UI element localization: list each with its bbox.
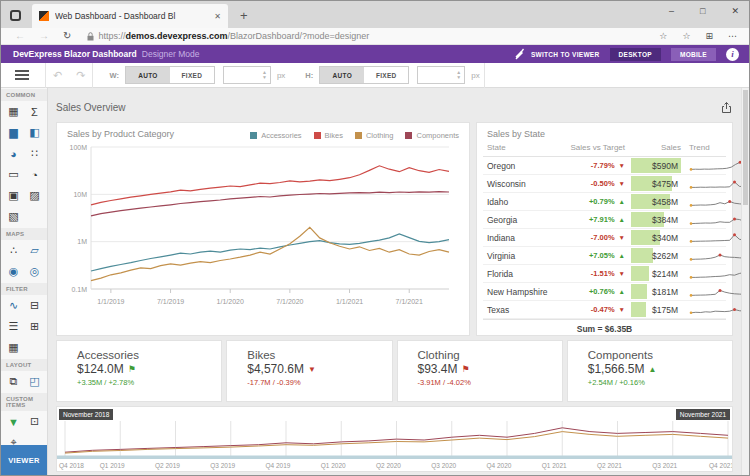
col-header-trend[interactable]: Trend: [681, 143, 722, 152]
range-filter-icon[interactable]: ∿: [3, 295, 24, 316]
scatter-chart-icon[interactable]: ∷: [24, 143, 45, 164]
table-row[interactable]: Texas-0.47%▼$175M: [483, 301, 726, 319]
text-box-icon[interactable]: ▣: [3, 185, 24, 206]
triangle-down-icon: ▼: [308, 365, 316, 374]
height-input[interactable]: ▲ ▼: [417, 66, 465, 84]
tree-view-icon[interactable]: ⊞: [24, 316, 45, 337]
table-row[interactable]: Florida-1.51%▼$214M: [483, 265, 726, 283]
legend-item[interactable]: Clothing: [355, 131, 394, 140]
legend-item[interactable]: Accessories: [250, 131, 301, 140]
date-filter-icon[interactable]: ▦: [3, 337, 24, 358]
tab-container-icon[interactable]: ◰: [24, 371, 45, 392]
kpi-card-clothing[interactable]: Clothing$93.4M⚑-3.91M / -4.02%: [397, 340, 563, 402]
browser-tab[interactable]: Web Dashboard - Dashboard Bl ✕: [32, 4, 228, 28]
pie-chart-icon[interactable]: ◕: [3, 143, 24, 164]
table-row[interactable]: Georgia+7.91%▲$384M: [483, 211, 726, 229]
grid-icon[interactable]: ▦: [3, 101, 24, 122]
height-spin-down-icon[interactable]: ▼: [456, 75, 461, 80]
width-auto-button[interactable]: AUTO: [126, 67, 170, 83]
table-row[interactable]: Virginia+7.05%▲$262M: [483, 247, 726, 265]
table-row[interactable]: Oregon-7.79%▼$590M: [483, 157, 726, 175]
redo-icon[interactable]: ↷: [76, 70, 85, 81]
back-icon[interactable]: ←: [15, 31, 25, 41]
bar-chart-icon[interactable]: ▆: [3, 122, 24, 143]
legend-item[interactable]: Components: [405, 131, 459, 140]
legend-item[interactable]: Bikes: [314, 131, 343, 140]
image-icon[interactable]: ▨: [24, 185, 45, 206]
gauge-icon[interactable]: ◔: [24, 164, 45, 185]
page-scrollbar[interactable]: [741, 88, 749, 475]
table-row[interactable]: Idaho+0.79%▲$458M: [483, 193, 726, 211]
kpi-card-bikes[interactable]: Bikes$4,570.6M▼-17.7M / -0.39%: [226, 340, 392, 402]
info-button[interactable]: i: [726, 48, 739, 61]
close-button[interactable]: ✕: [731, 6, 739, 16]
add-favorite-icon[interactable]: ☆: [659, 31, 667, 41]
table-row[interactable]: Indiana-7.00%▼$340M: [483, 229, 726, 247]
pivot-icon[interactable]: Σ: [24, 101, 45, 122]
refresh-icon[interactable]: ↻: [63, 31, 71, 41]
sales-vs-target-cell: -7.00%▼: [559, 233, 625, 242]
card-icon[interactable]: ▭: [3, 164, 24, 185]
width-input[interactable]: ▲ ▼: [223, 66, 271, 84]
maximize-button[interactable]: □: [700, 6, 705, 16]
choropleth-map-icon[interactable]: ▱: [24, 240, 45, 261]
app-mode-label: Designer Mode: [142, 49, 200, 59]
kpi-card-accessories[interactable]: Accessories$124.0M⚑+3.35M / +2.78%: [56, 340, 222, 402]
undo-icon[interactable]: ↶: [53, 70, 62, 81]
list-box-icon[interactable]: ☰: [3, 316, 24, 337]
table-row[interactable]: New Hampshire+0.76%▲$181M: [483, 283, 726, 301]
scrollbar-thumb[interactable]: [743, 90, 748, 205]
tab-close-icon[interactable]: ✕: [214, 12, 221, 21]
selected-range-band[interactable]: [57, 456, 733, 460]
table-row[interactable]: Wisconsin-0.50%▼$475M: [483, 175, 726, 193]
width-spin-down-icon[interactable]: ▼: [262, 75, 267, 80]
range-selector-panel[interactable]: November 2018 November 2021 Q4 2018Q1 20…: [56, 406, 733, 472]
svg-text:Q1 2019: Q1 2019: [100, 462, 125, 470]
tab-actions-icon[interactable]: [10, 10, 21, 21]
mobile-mode-button[interactable]: MOBILE: [671, 48, 716, 61]
new-tab-button[interactable]: +: [240, 9, 248, 22]
desktop-mode-button[interactable]: DESKTOP: [610, 48, 661, 61]
col-header-sales[interactable]: Sales: [625, 143, 681, 152]
sales-value: $214M: [652, 269, 678, 279]
sales-cell: $262M: [631, 247, 681, 264]
triangle-up-icon: ▲: [619, 288, 625, 295]
export-icon[interactable]: [720, 101, 733, 114]
height-fixed-button[interactable]: FIXED: [364, 67, 408, 83]
collections-icon[interactable]: ⊞: [705, 31, 713, 41]
webpage-icon[interactable]: ⊡: [24, 411, 45, 432]
window-controls: – □ ✕: [669, 6, 739, 16]
col-header-sales-vs-target[interactable]: Sales vs Target: [559, 143, 625, 152]
geo-point-map-icon[interactable]: ∴: [3, 240, 24, 261]
grid-panel[interactable]: Sales by State State Sales vs Target Sal…: [476, 122, 733, 336]
bubble-map-icon[interactable]: ◉: [3, 261, 24, 282]
kpi-card-components[interactable]: Components$1,566.5M▲+2.54M / +0.16%: [567, 340, 733, 402]
bound-image-icon[interactable]: ▧: [3, 206, 24, 227]
group-icon[interactable]: ⧉: [3, 371, 24, 392]
triangle-up-icon: ▲: [619, 198, 625, 205]
chart-panel[interactable]: Sales by Product Category AccessoriesBik…: [56, 122, 470, 336]
treemap-icon[interactable]: ◧: [24, 122, 45, 143]
sales-vs-target-cell: -0.50%▼: [559, 179, 625, 188]
pie-map-icon[interactable]: ◎: [24, 261, 45, 282]
combo-box-icon[interactable]: ⊟: [24, 295, 45, 316]
viewer-button[interactable]: VIEWER: [1, 445, 47, 475]
browser-menu-icon[interactable]: ⋯: [728, 31, 737, 41]
svg-text:10M: 10M: [73, 191, 87, 198]
sales-cell: $214M: [631, 265, 681, 282]
trend-cell: [681, 284, 750, 300]
funnel-icon[interactable]: ▼: [3, 411, 24, 432]
triangle-down-icon: ▼: [619, 180, 625, 187]
height-auto-button[interactable]: AUTO: [320, 67, 364, 83]
width-fixed-button[interactable]: FIXED: [170, 67, 214, 83]
forward-icon[interactable]: →: [39, 31, 49, 41]
favorites-icon[interactable]: ☆: [682, 31, 690, 41]
switch-to-viewer-button[interactable]: SWITCH TO VIEWER: [514, 48, 600, 60]
col-header-state[interactable]: State: [487, 143, 559, 152]
minimize-button[interactable]: –: [669, 6, 674, 16]
range-selector-chart[interactable]: Q4 2018Q1 2019Q2 2019Q3 2019Q4 2019Q1 20…: [57, 415, 733, 471]
menu-icon[interactable]: [15, 68, 29, 82]
url-field[interactable]: https://demos.devexpress.com/BlazorDashb…: [87, 31, 651, 41]
sales-vs-target-cell: +0.79%▲: [559, 197, 625, 206]
sales-by-category-chart[interactable]: 100M10M1M0.1M1/1/20197/1/20191/1/20207/1…: [57, 139, 457, 325]
